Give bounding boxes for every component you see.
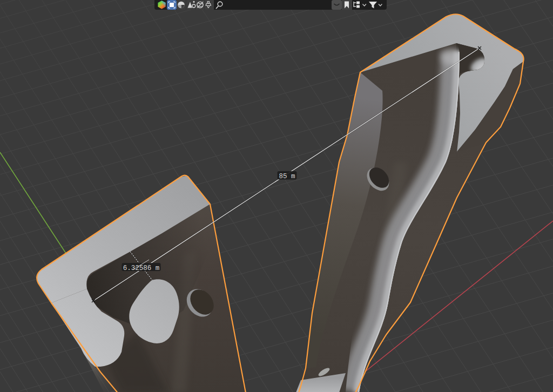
svg-text:6.32586 m: 6.32586 m — [123, 265, 160, 272]
svg-text:85 m: 85 m — [279, 173, 295, 180]
